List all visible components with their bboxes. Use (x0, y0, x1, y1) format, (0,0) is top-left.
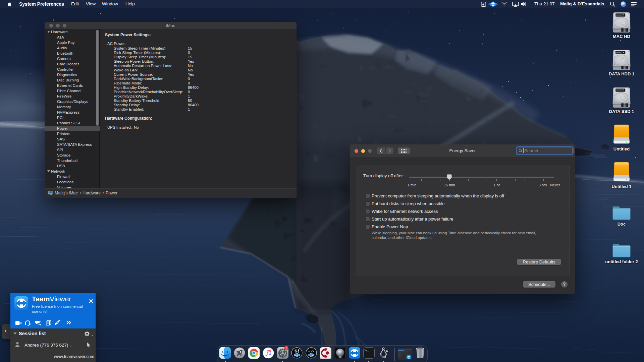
svg-text:>_: >_ (365, 349, 369, 353)
svg-text:UA: UA (310, 354, 313, 357)
svg-text:UA: UA (295, 354, 299, 357)
